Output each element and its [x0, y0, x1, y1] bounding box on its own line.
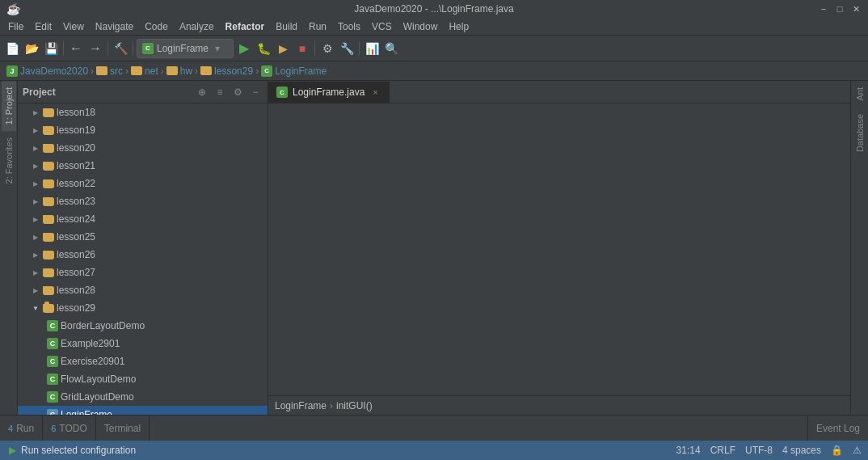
tree-item-label: lesson22 — [57, 178, 95, 189]
menu-refactor[interactable]: Refactor — [221, 19, 270, 34]
tree-lesson22[interactable]: ▶ lesson22 — [18, 175, 268, 192]
debug-button[interactable]: 🐛 — [255, 40, 272, 57]
menu-analyze[interactable]: Analyze — [175, 19, 219, 34]
tree-item-label: lesson18 — [57, 107, 95, 118]
status-right: 31:14 CRLF UTF-8 4 spaces 🔒 ⚠ — [676, 445, 862, 456]
folder-icon-4 — [200, 66, 212, 75]
class-icon: C — [47, 356, 58, 367]
main-area: 1: Project 2: Favorites Project ⊕ ≡ ⚙ − … — [0, 81, 868, 415]
class-icon: C — [261, 65, 272, 77]
tree-item-label: lesson21 — [57, 160, 95, 171]
tree-lesson18[interactable]: ▶ lesson18 — [18, 103, 268, 121]
status-position[interactable]: 31:14 — [676, 445, 701, 456]
tree-item-label: lesson26 — [57, 249, 95, 260]
bottom-tab-terminal[interactable]: Terminal — [96, 416, 150, 441]
tree-borderlayout[interactable]: C BorderLayoutDemo — [18, 317, 268, 335]
toolbar-build[interactable]: 🔨 — [112, 40, 129, 57]
tree-lesson21[interactable]: ▶ lesson21 — [18, 157, 268, 175]
toolbar-save[interactable]: 💾 — [42, 40, 60, 57]
bottom-tab-run[interactable]: 4 Run — [0, 416, 43, 441]
tree-lesson20[interactable]: ▶ lesson20 — [18, 139, 268, 157]
run-with-coverage[interactable]: ▶ — [274, 40, 292, 57]
tree-lesson24[interactable]: ▶ lesson24 — [18, 210, 268, 228]
folder-icon — [43, 144, 54, 153]
breadcrumb-method[interactable]: initGUI() — [336, 400, 373, 411]
run-tab-num: 4 — [8, 424, 13, 433]
toolbar-extra2[interactable]: 🔧 — [338, 40, 356, 57]
panel-add-btn[interactable]: ⊕ — [195, 85, 209, 99]
tree-arrow: ▼ — [31, 303, 40, 313]
panel-collapse-btn[interactable]: ≡ — [213, 85, 227, 99]
tree-lesson19[interactable]: ▶ lesson19 — [18, 121, 268, 139]
tree-lesson29[interactable]: ▼ lesson29 — [18, 299, 268, 317]
folder-icon — [43, 126, 54, 135]
sidebar-item-favorites-tab[interactable]: 2: Favorites — [2, 131, 16, 190]
tree-lesson27[interactable]: ▶ lesson27 — [18, 264, 268, 281]
tree-lesson28[interactable]: ▶ lesson28 — [18, 281, 268, 299]
toolbar-git[interactable]: 📊 — [363, 40, 381, 57]
minimize-button[interactable]: − — [818, 3, 829, 15]
tree-lesson23[interactable]: ▶ lesson23 — [18, 192, 268, 210]
menu-build[interactable]: Build — [271, 19, 302, 34]
folder-icon — [43, 197, 54, 206]
tree-gridlayout[interactable]: C GridLayoutDemo — [18, 388, 268, 406]
breadcrumb-hw[interactable]: hw — [166, 65, 192, 77]
status-indent[interactable]: 4 spaces — [782, 445, 821, 456]
editor-tab-loginframe[interactable]: C LoginFrame.java × — [268, 82, 390, 103]
menu-run[interactable]: Run — [304, 19, 331, 34]
menu-vcs[interactable]: VCS — [367, 19, 397, 34]
bottom-tab-todo[interactable]: 6 TODO — [43, 416, 96, 441]
status-line-ending[interactable]: CRLF — [710, 445, 735, 456]
event-log-tab[interactable]: Event Log — [807, 416, 868, 441]
breadcrumb-net[interactable]: net — [131, 65, 158, 77]
menu-window[interactable]: Window — [398, 19, 443, 34]
tab-close-button[interactable]: × — [369, 87, 381, 98]
sidebar-item-project-tab[interactable]: 1: Project — [2, 81, 16, 131]
tree-flowlayout[interactable]: C FlowLayoutDemo — [18, 370, 268, 388]
tree-example2901[interactable]: C Example2901 — [18, 335, 268, 352]
menu-tools[interactable]: Tools — [333, 19, 365, 34]
breadcrumb: J JavaDemo2020 › src › net › hw › lesson… — [0, 61, 868, 81]
tree-item-label: GridLayoutDemo — [61, 391, 134, 403]
tree-lesson25[interactable]: ▶ lesson25 — [18, 228, 268, 246]
close-button[interactable]: ✕ — [850, 3, 862, 15]
menu-help[interactable]: Help — [444, 19, 474, 34]
menu-navigate[interactable]: Navigate — [91, 19, 138, 34]
status-encoding[interactable]: UTF-8 — [745, 445, 773, 456]
run-button[interactable]: ▶ — [235, 40, 253, 57]
panel-settings-btn[interactable]: ⚙ — [230, 85, 245, 99]
run-config-dropdown[interactable]: C LoginFrame ▾ — [137, 39, 234, 58]
tree-lesson26[interactable]: ▶ lesson26 — [18, 246, 268, 264]
breadcrumb-lesson29[interactable]: lesson29 — [200, 65, 253, 77]
panel-minimize-btn[interactable]: − — [248, 85, 263, 99]
class-icon: C — [47, 320, 58, 331]
stop-button[interactable]: ■ — [293, 40, 311, 57]
tree-item-label: lesson27 — [57, 267, 95, 278]
menu-code[interactable]: Code — [140, 19, 173, 34]
tree-loginframe[interactable]: C LoginFrame — [18, 406, 268, 415]
tree-exercise20901[interactable]: C Exercise20901 — [18, 352, 268, 370]
breadcrumb-class[interactable]: LoginFrame — [275, 400, 327, 411]
toolbar-search[interactable]: 🔍 — [382, 40, 400, 57]
sidebar-item-ant-tab[interactable]: Ant — [853, 81, 867, 108]
toolbar-forward[interactable]: → — [86, 40, 104, 57]
side-tabs-right: Ant Database — [850, 81, 868, 415]
toolbar-new[interactable]: 📄 — [3, 40, 21, 57]
breadcrumb-loginframe[interactable]: C LoginFrame — [261, 65, 327, 77]
menu-file[interactable]: File — [3, 19, 28, 34]
folder-icon — [43, 162, 54, 171]
terminal-tab-label: Terminal — [104, 423, 141, 434]
breadcrumb-src[interactable]: src — [96, 65, 123, 77]
folder-icon-3 — [166, 66, 178, 75]
toolbar-extra1[interactable]: ⚙ — [318, 40, 336, 57]
toolbar-back[interactable]: ← — [67, 40, 85, 57]
toolbar-open[interactable]: 📂 — [23, 40, 40, 57]
maximize-button[interactable]: □ — [834, 3, 845, 15]
breadcrumb-project[interactable]: J JavaDemo2020 — [6, 65, 88, 77]
menu-view[interactable]: View — [58, 19, 89, 34]
status-lock[interactable]: 🔒 — [831, 445, 843, 456]
menu-edit[interactable]: Edit — [30, 19, 57, 34]
sidebar-item-database-tab[interactable]: Database — [853, 108, 867, 158]
folder-icon — [43, 286, 54, 295]
tab-bar: C LoginFrame.java × — [268, 81, 850, 103]
